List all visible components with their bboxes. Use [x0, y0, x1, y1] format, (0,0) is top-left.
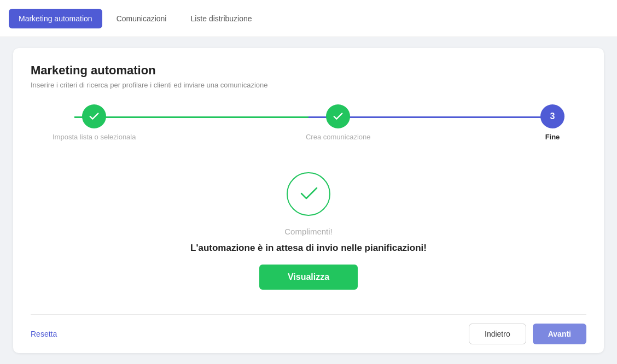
step-3-number: 3	[550, 111, 555, 121]
step-2: Crea comunicazione	[306, 104, 371, 141]
main-area: Marketing automation Inserire i criteri …	[0, 37, 617, 364]
footer-right-buttons: Indietro Avanti	[469, 324, 586, 344]
stepper-steps: Imposta lista o selezionala Crea comunic…	[53, 104, 564, 141]
card-subtitle: Inserire i criteri di ricerca per profil…	[31, 81, 586, 89]
nav-tab-comunicazioni[interactable]: Comunicazioni	[107, 9, 177, 28]
resetta-button[interactable]: Resetta	[31, 330, 57, 338]
nav-tab-marketing-automation[interactable]: Marketing automation	[9, 9, 102, 28]
success-message: L'automazione è in attesa di invio nelle…	[190, 243, 427, 254]
card: Marketing automation Inserire i criteri …	[13, 48, 604, 353]
step-3-circle: 3	[540, 104, 564, 128]
step-1-label: Imposta lista o selezionala	[53, 133, 136, 141]
step-1-check-icon	[88, 110, 100, 122]
card-title: Marketing automation	[31, 63, 586, 78]
stepper: Imposta lista o selezionala Crea comunic…	[31, 104, 586, 141]
nav-tab-liste-distribuzione[interactable]: Liste distribuzione	[181, 9, 261, 28]
avanti-button[interactable]: Avanti	[533, 324, 586, 344]
success-check-icon	[297, 183, 320, 206]
card-footer: Resetta Indietro Avanti	[31, 314, 586, 353]
step-2-label: Crea comunicazione	[306, 133, 371, 141]
top-navigation: Marketing automation Comunicazioni Liste…	[0, 0, 617, 37]
success-area: Complimenti! L'automazione è in attesa d…	[31, 158, 586, 314]
step-2-circle	[326, 104, 350, 128]
step-2-check-icon	[332, 110, 344, 122]
indietro-button[interactable]: Indietro	[469, 324, 526, 344]
step-1-circle	[82, 104, 106, 128]
visualizza-button[interactable]: Visualizza	[259, 265, 358, 290]
step-3: 3 Fine	[540, 104, 564, 141]
step-3-label: Fine	[545, 133, 560, 141]
step-1: Imposta lista o selezionala	[53, 104, 136, 141]
success-icon-circle	[287, 172, 330, 216]
success-congrats: Complimenti!	[284, 227, 333, 236]
